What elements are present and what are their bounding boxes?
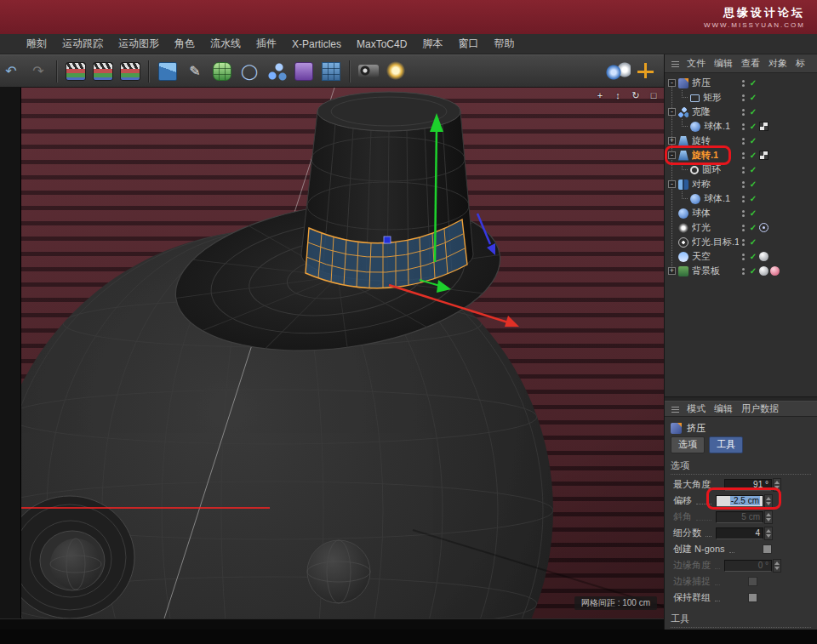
target-tag-icon[interactable] bbox=[759, 223, 768, 232]
expand-toggle[interactable]: + bbox=[668, 267, 676, 275]
enabled-check[interactable] bbox=[747, 78, 759, 88]
am-menu-edit[interactable]: 编辑 bbox=[710, 402, 737, 415]
expand-toggle[interactable]: - bbox=[668, 180, 676, 188]
object-row[interactable]: 灯光.目标.1 bbox=[665, 235, 817, 249]
object-row[interactable]: + 背景板 bbox=[665, 264, 817, 278]
create-ngons-checkbox[interactable] bbox=[763, 544, 772, 554]
object-row[interactable]: 灯光 bbox=[665, 220, 817, 235]
menu-xparticles[interactable]: X-Particles bbox=[284, 38, 349, 50]
object-row[interactable]: - 挤压 bbox=[665, 76, 817, 90]
visibility-dots[interactable] bbox=[739, 136, 747, 146]
object-row[interactable]: + 旋转 bbox=[665, 134, 817, 148]
am-menu-mode[interactable]: 模式 bbox=[683, 402, 710, 415]
checker-texture-tag-icon[interactable] bbox=[759, 151, 768, 160]
object-row[interactable]: 圆环 bbox=[665, 162, 817, 177]
enabled-check[interactable] bbox=[747, 93, 759, 102]
object-row[interactable]: 球体.1 bbox=[665, 119, 817, 134]
enabled-check[interactable] bbox=[747, 237, 759, 247]
visibility-dots[interactable] bbox=[739, 151, 747, 161]
undo-icon[interactable]: ↶ bbox=[0, 59, 24, 84]
menu-mograph[interactable]: 运动图形 bbox=[111, 37, 167, 51]
toggle-view-icon[interactable] bbox=[648, 90, 660, 101]
render-picture-viewer-icon[interactable] bbox=[90, 59, 116, 84]
menu-plugins[interactable]: 插件 bbox=[249, 37, 284, 51]
visibility-dots[interactable] bbox=[739, 252, 747, 262]
cloner-icon[interactable] bbox=[264, 59, 289, 84]
enabled-check[interactable] bbox=[747, 107, 759, 117]
axis-gnomon-icon[interactable] bbox=[632, 59, 658, 84]
om-menu-edit[interactable]: 编辑 bbox=[710, 57, 737, 70]
enabled-check[interactable] bbox=[747, 208, 759, 218]
enabled-check[interactable] bbox=[747, 223, 759, 232]
menu-pipeline[interactable]: 流水线 bbox=[203, 37, 249, 51]
visibility-dots[interactable] bbox=[739, 266, 747, 276]
value-stepper[interactable] bbox=[764, 494, 773, 508]
object-row[interactable]: 天空 bbox=[665, 249, 817, 264]
expand-toggle[interactable]: - bbox=[668, 151, 676, 159]
object-row[interactable]: 球体 bbox=[665, 206, 817, 220]
menu-window[interactable]: 窗口 bbox=[450, 37, 486, 51]
visibility-dots[interactable] bbox=[739, 93, 747, 103]
visibility-dots[interactable] bbox=[739, 208, 747, 219]
primitive-cube-icon[interactable] bbox=[155, 59, 180, 84]
menu-sculpt[interactable]: 雕刻 bbox=[19, 37, 54, 51]
om-menu-object[interactable]: 对象 bbox=[764, 57, 791, 70]
deformer-icon[interactable] bbox=[291, 59, 317, 84]
menu-maxtoc4d[interactable]: MaxToC4D bbox=[349, 38, 414, 50]
value-stepper[interactable] bbox=[764, 527, 773, 540]
panel-grip-icon[interactable] bbox=[671, 406, 679, 413]
expand-toggle[interactable]: + bbox=[668, 137, 676, 145]
subdivision-field[interactable]: 4 bbox=[716, 527, 763, 539]
expand-toggle[interactable]: - bbox=[668, 108, 676, 116]
viewport-canvas[interactable] bbox=[21, 88, 664, 618]
visibility-dots[interactable] bbox=[739, 122, 747, 132]
subdivision-surface-icon[interactable] bbox=[209, 59, 235, 84]
render-settings-icon[interactable] bbox=[117, 59, 143, 84]
enabled-check[interactable] bbox=[747, 266, 759, 276]
viewport-3d[interactable]: 网格间距 : 100 cm bbox=[21, 88, 664, 618]
rotate-icon[interactable] bbox=[630, 90, 642, 101]
array-icon[interactable] bbox=[318, 59, 344, 84]
pan-icon[interactable] bbox=[594, 90, 606, 101]
zoom-icon[interactable] bbox=[612, 90, 624, 101]
redo-icon[interactable]: ↷ bbox=[26, 59, 51, 84]
tab-options[interactable]: 选项 bbox=[671, 436, 705, 453]
om-menu-tags[interactable]: 标 bbox=[791, 57, 809, 70]
visibility-dots[interactable] bbox=[739, 78, 747, 88]
panel-grip-icon[interactable] bbox=[671, 60, 679, 67]
am-menu-userdata[interactable]: 用户数据 bbox=[737, 402, 783, 415]
offset-field[interactable]: -2.5 cm bbox=[716, 495, 763, 507]
visibility-dots[interactable] bbox=[739, 237, 747, 248]
visibility-dots[interactable] bbox=[739, 180, 747, 190]
spline-pen-icon[interactable]: ✎ bbox=[182, 59, 208, 84]
camera-icon[interactable] bbox=[356, 59, 381, 84]
light-icon[interactable] bbox=[383, 59, 408, 84]
visibility-dots[interactable] bbox=[739, 165, 747, 175]
material-tag-icon[interactable] bbox=[759, 252, 768, 261]
object-row[interactable]: - 对称 bbox=[665, 177, 817, 191]
enabled-check[interactable] bbox=[747, 151, 759, 160]
checker-texture-tag-icon[interactable] bbox=[759, 122, 768, 131]
om-menu-view[interactable]: 查看 bbox=[737, 57, 764, 70]
max-angle-field[interactable]: 91 ° bbox=[724, 479, 772, 491]
material-tag-icon[interactable] bbox=[759, 266, 768, 276]
menu-script[interactable]: 脚本 bbox=[414, 37, 450, 51]
render-view-icon[interactable] bbox=[63, 59, 89, 84]
object-row[interactable]: - 克隆 bbox=[665, 105, 817, 119]
object-row[interactable]: 球体.1 bbox=[665, 191, 817, 206]
object-row-selected[interactable]: - 旋转.1 bbox=[665, 148, 817, 162]
visibility-dots[interactable] bbox=[739, 194, 747, 204]
enabled-check[interactable] bbox=[747, 180, 759, 189]
menu-help[interactable]: 帮助 bbox=[486, 37, 522, 51]
menu-motion-tracking[interactable]: 运动跟踪 bbox=[54, 37, 111, 51]
enabled-check[interactable] bbox=[747, 165, 759, 174]
expand-toggle[interactable]: - bbox=[668, 79, 676, 87]
enabled-check[interactable] bbox=[747, 122, 759, 131]
shading-spheres-icon[interactable] bbox=[605, 59, 631, 84]
enabled-check[interactable] bbox=[747, 252, 759, 261]
enabled-check[interactable] bbox=[747, 136, 759, 145]
tab-tool[interactable]: 工具 bbox=[709, 436, 743, 453]
value-stepper[interactable] bbox=[773, 478, 781, 492]
object-row[interactable]: 矩形 bbox=[665, 90, 817, 105]
enabled-check[interactable] bbox=[747, 194, 759, 203]
